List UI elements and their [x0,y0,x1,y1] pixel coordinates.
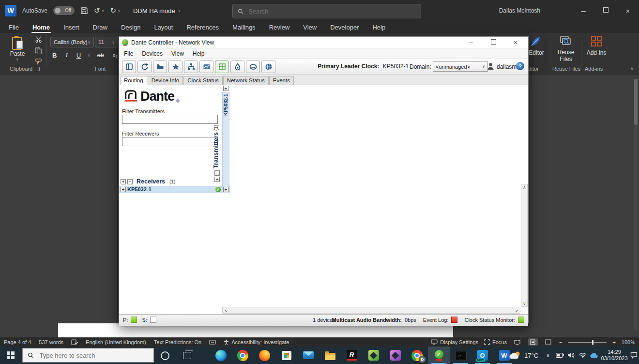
refresh-button[interactable] [137,61,152,73]
taskbar-app-dante-controller[interactable]: ✓ [428,347,450,364]
aes67-button[interactable] [230,61,244,73]
dante-tab-routing[interactable]: Routing [120,76,147,85]
font-name-combo[interactable]: Calibri (Body) ∨ [50,37,94,47]
zoom-slider-thumb[interactable] [592,340,593,345]
taskbar-search[interactable] [22,348,154,363]
transmitters-expand-box[interactable]: + [214,177,220,182]
cortana-button[interactable] [161,351,169,360]
device-row-label[interactable]: KP5032-1 [127,186,152,192]
crosspoint-expand-box[interactable]: + [223,187,228,192]
filter-receivers-input[interactable] [122,137,218,146]
domain-select[interactable]: <unmanaged> ∨ [433,61,488,72]
strikethrough-button[interactable]: ab [95,52,106,59]
dante-tab-device-info[interactable]: Device Info [148,76,183,85]
bold-button[interactable]: B [50,52,59,59]
tab-design[interactable]: Design [120,22,141,32]
cut-icon[interactable] [35,36,42,43]
dante-minimize-button[interactable] [461,39,481,46]
page-indicator[interactable]: Page 4 of 4 [4,339,31,345]
format-painter-icon[interactable] [35,58,42,65]
display-settings-button[interactable]: Display Settings [431,339,478,345]
scroll-right-arrow[interactable]: > [516,308,518,313]
tab-draw[interactable]: Draw [92,22,108,32]
reuse-files-button[interactable]: Reuse Files [552,35,580,63]
transmitters-collapse-box[interactable]: − [214,170,220,176]
taskbar-app-edge[interactable] [210,347,232,364]
taskbar-app-green-suite[interactable] [363,347,384,364]
clock-monitor-indicator[interactable] [518,317,524,323]
taskbar-app-outlook[interactable]: O NEW [472,347,493,364]
taskbar-app-file-explorer[interactable] [319,347,341,364]
dante-tab-clock-status[interactable]: Clock Status [183,76,223,85]
tab-developer[interactable]: Developer [329,22,360,32]
network-tree-button[interactable] [184,61,198,73]
word-search-input[interactable] [247,7,416,15]
zoom-level[interactable]: 100% [622,339,635,345]
horizontal-scrollbar[interactable]: < > [222,307,520,314]
underline-button[interactable]: U [75,52,83,59]
focus-button[interactable]: Focus [484,339,507,345]
accessibility-status[interactable]: Accessibility: Investigate [224,339,289,345]
battery-icon[interactable] [556,347,564,364]
word-search-box[interactable] [232,4,421,18]
autosave-toggle[interactable]: Off [53,6,75,15]
taskbar-app-mail[interactable] [297,347,319,364]
predictions-icon[interactable] [209,339,216,345]
task-view-button[interactable] [183,352,191,359]
tab-insert[interactable]: Insert [62,22,80,32]
zoom-slider[interactable] [568,342,607,343]
redo-chevron-icon[interactable]: ∨ [118,9,121,13]
channel-groups-button[interactable] [122,61,136,73]
undo-icon[interactable]: ↺ [94,6,100,15]
favorites-button[interactable] [168,61,183,73]
tab-help[interactable]: Help [371,22,386,32]
device-view-button[interactable] [199,61,213,73]
read-mode-button[interactable] [513,338,522,346]
tray-chevron-icon[interactable]: ∧ [546,347,550,364]
word-close-button[interactable]: × [621,7,635,15]
tab-layout[interactable]: Layout [153,22,174,32]
taskbar-app-chrome-profile[interactable]: D [406,347,428,364]
receivers-expand-box[interactable]: + [121,179,126,184]
tab-references[interactable]: References [185,22,219,32]
taskbar-app-r[interactable]: R [341,347,363,364]
event-log-indicator[interactable] [451,317,457,323]
wifi-icon[interactable] [579,347,587,364]
vertical-scrollbar[interactable]: ∧ ∨ [521,184,528,307]
text-predictions[interactable]: Text Predictions: On [154,339,201,345]
print-layout-button[interactable] [528,338,538,346]
receivers-collapse-box[interactable]: − [127,179,133,184]
zoom-in-button[interactable]: + [612,339,615,345]
font-size-combo[interactable]: 11 ∨ [95,37,118,47]
tab-home[interactable]: Home [31,22,51,32]
word-count[interactable]: 537 words [39,339,63,345]
help-button[interactable]: ? [516,62,524,70]
word-restore-button[interactable] [598,7,613,14]
scroll-left-arrow[interactable]: < [225,308,227,313]
menu-devices[interactable]: Devices [142,50,163,57]
redo-icon[interactable]: ↻ [110,6,116,15]
menu-file[interactable]: File [124,50,133,57]
open-file-button[interactable] [153,61,167,73]
word-minimize-button[interactable] [576,7,591,15]
dante-tab-network-status[interactable]: Network Status [223,76,269,85]
tab-file[interactable]: File [8,22,20,32]
zoom-out-button[interactable]: − [559,339,562,345]
italic-button[interactable]: I [63,51,69,59]
filter-transmitters-input[interactable] [122,115,218,124]
tab-view[interactable]: View [302,22,318,32]
scroll-up-arrow[interactable]: ∧ [523,185,526,190]
taskbar-search-input[interactable] [39,351,149,360]
word-vertical-scrollbar[interactable] [634,79,638,331]
tab-review[interactable]: Review [268,22,291,32]
taskbar-app-chrome[interactable] [232,347,254,364]
action-center-button[interactable] [630,347,638,364]
menu-view[interactable]: View [171,50,184,57]
clock-status-button[interactable] [246,61,260,73]
scroll-down-arrow[interactable]: ∨ [523,301,526,306]
clipboard-dialog-launcher-icon[interactable] [35,67,40,71]
clock-widget[interactable]: 14:29 03/10/2023 [599,349,629,364]
copy-icon[interactable] [35,47,42,54]
onedrive-icon[interactable] [590,347,598,364]
proofing-icon[interactable] [71,339,78,345]
